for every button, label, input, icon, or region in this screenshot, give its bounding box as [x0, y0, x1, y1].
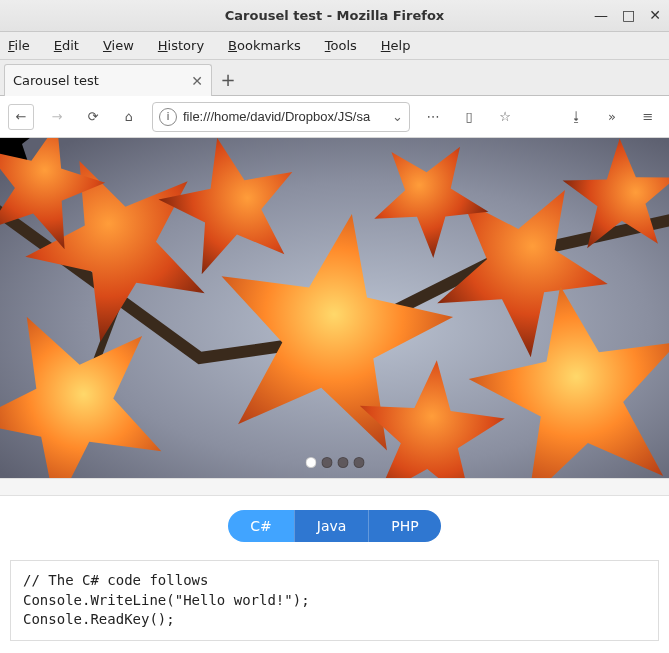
window-buttons: — □ ✕ [594, 7, 661, 23]
menu-view[interactable]: View [103, 38, 134, 53]
code-line: // The C# code follows [23, 572, 208, 588]
menubar: File Edit View History Bookmarks Tools H… [0, 32, 669, 60]
tab-close-icon[interactable]: ✕ [191, 73, 203, 89]
carousel-dot-4[interactable] [353, 457, 364, 468]
menu-help[interactable]: Help [381, 38, 411, 53]
url-input[interactable] [183, 109, 388, 124]
forward-button[interactable]: → [44, 104, 70, 130]
separator [0, 478, 669, 496]
page-actions-icon[interactable]: ⋯ [420, 104, 446, 130]
overflow-icon[interactable]: » [599, 104, 625, 130]
navigation-toolbar: ← → ⟳ ⌂ i ⌄ ⋯ ▯ ☆ ⭳ » ≡ [0, 96, 669, 138]
bookmark-star-icon[interactable]: ☆ [492, 104, 518, 130]
tab-java[interactable]: Java [294, 510, 369, 542]
pill-group: C# Java PHP [228, 510, 441, 542]
reader-mode-icon[interactable]: ▯ [456, 104, 482, 130]
tab-csharp[interactable]: C# [228, 510, 294, 542]
window-title: Carousel test - Mozilla Firefox [225, 8, 445, 23]
reload-button[interactable]: ⟳ [80, 104, 106, 130]
carousel-image [0, 138, 669, 478]
code-line: Console.WriteLine("Hello world!"); [23, 592, 310, 608]
page-content: C# Java PHP // The C# code follows Conso… [0, 138, 669, 653]
tab-php[interactable]: PHP [368, 510, 440, 542]
maximize-icon[interactable]: □ [622, 7, 635, 23]
home-button[interactable]: ⌂ [116, 104, 142, 130]
downloads-icon[interactable]: ⭳ [563, 104, 589, 130]
carousel-dot-2[interactable] [321, 457, 332, 468]
minimize-icon[interactable]: — [594, 7, 608, 23]
hamburger-menu-icon[interactable]: ≡ [635, 104, 661, 130]
carousel-dots [305, 457, 364, 468]
carousel-dot-3[interactable] [337, 457, 348, 468]
back-button[interactable]: ← [8, 104, 34, 130]
close-icon[interactable]: ✕ [649, 7, 661, 23]
site-info-icon[interactable]: i [159, 108, 177, 126]
carousel [0, 138, 669, 478]
browser-tab[interactable]: Carousel test ✕ [4, 64, 212, 96]
menu-bookmarks[interactable]: Bookmarks [228, 38, 301, 53]
window-titlebar: Carousel test - Mozilla Firefox — □ ✕ [0, 0, 669, 32]
tab-strip: Carousel test ✕ + [0, 60, 669, 96]
carousel-dot-1[interactable] [305, 457, 316, 468]
menu-file[interactable]: File [8, 38, 30, 53]
url-dropdown-icon[interactable]: ⌄ [392, 109, 403, 124]
menu-tools[interactable]: Tools [325, 38, 357, 53]
code-block: // The C# code follows Console.WriteLine… [10, 560, 659, 641]
new-tab-button[interactable]: + [212, 63, 244, 95]
code-line: Console.ReadKey(); [23, 611, 175, 627]
url-bar[interactable]: i ⌄ [152, 102, 410, 132]
tab-label: Carousel test [13, 73, 99, 88]
code-tabs: C# Java PHP [0, 496, 669, 560]
menu-edit[interactable]: Edit [54, 38, 79, 53]
menu-history[interactable]: History [158, 38, 204, 53]
